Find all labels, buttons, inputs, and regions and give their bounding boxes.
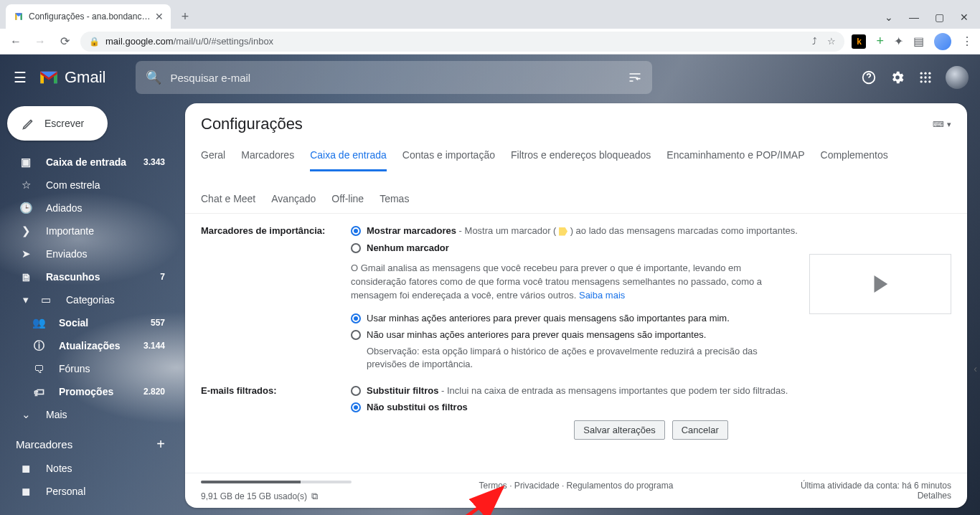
important-icon: ❯: [19, 225, 33, 237]
label-personal[interactable]: ◼Personal: [0, 480, 178, 503]
support-icon[interactable]: [861, 70, 877, 85]
gmail-favicon-icon: [13, 11, 24, 22]
back-icon[interactable]: ←: [7, 35, 24, 48]
settings-gear-icon[interactable]: [890, 70, 905, 85]
tab-caixa-de-entrada[interactable]: Caixa de entrada: [310, 143, 387, 171]
sidebar-item-label: Importante: [46, 225, 165, 237]
sidebar-item-label: Adiados: [46, 202, 165, 214]
sidebar-item-promoções[interactable]: 🏷Promoções2.820: [0, 380, 178, 403]
sidebar-item-label: Social: [59, 317, 138, 329]
side-panel-toggle-icon[interactable]: ‹: [974, 363, 977, 374]
sidebar-item-label: Categorias: [66, 294, 165, 306]
radio-icon: [351, 386, 361, 396]
compose-button[interactable]: Escrever: [7, 106, 108, 141]
close-tab-icon[interactable]: ✕: [155, 11, 164, 22]
radio-icon: [351, 402, 361, 412]
browser-tab[interactable]: Configurações - ana.bondance@ ✕: [6, 4, 171, 29]
sidebar-item-importante[interactable]: ❯Importante: [0, 219, 178, 242]
radio-dont-use-actions[interactable]: Não usar minhas ações anteriores para pr…: [351, 328, 951, 342]
search-options-icon[interactable]: [628, 70, 642, 85]
expand-icon: ⌄: [19, 408, 33, 421]
main-menu-icon[interactable]: ☰: [11, 69, 29, 86]
sidebar-item-count: 2.820: [143, 387, 165, 397]
learn-more-link[interactable]: Saiba mais: [579, 290, 625, 301]
radio-dont-override-filters[interactable]: Não substitui os filtros: [351, 400, 951, 415]
sidebar-item-rascunhos[interactable]: 🗎Rascunhos7: [0, 265, 178, 288]
sidebar-item-categorias[interactable]: ▾▭Categorias: [0, 288, 178, 311]
chrome-menu-icon[interactable]: ⋮: [961, 34, 973, 48]
browser-toolbar: ← → ⟳ 🔒 mail.google.com/mail/u/0/#settin…: [0, 29, 980, 55]
sidebar-item-label: Fóruns: [59, 363, 165, 374]
footer-links[interactable]: Termos · Privacidade · Regulamentos do p…: [479, 481, 674, 491]
sidebar: Escrever ▣Caixa de entrada3.343☆Com estr…: [0, 100, 184, 515]
radio-no-markers[interactable]: Nenhum marcador: [351, 241, 951, 255]
tab-off-line[interactable]: Off-line: [331, 187, 364, 213]
label-icon: ◼: [19, 485, 33, 498]
sidebar-item-fóruns[interactable]: 🗨Fóruns: [0, 357, 178, 380]
details-link[interactable]: Detalhes: [801, 491, 951, 501]
save-changes-button[interactable]: Salvar alterações: [574, 420, 664, 440]
settings-title: Configurações: [201, 115, 303, 133]
sidebar-item-adiados[interactable]: 🕒Adiados: [0, 197, 178, 219]
account-avatar[interactable]: [946, 66, 969, 89]
sidebar-item-social[interactable]: 👥Social557: [0, 311, 178, 334]
clock-icon: 🕒: [19, 202, 33, 214]
extension-k-icon[interactable]: k: [852, 34, 866, 49]
open-external-icon[interactable]: ⧉: [311, 491, 318, 502]
tab-avan-ado[interactable]: Avançado: [271, 187, 316, 213]
radio-icon: [351, 313, 361, 323]
bookmark-icon[interactable]: ☆: [827, 36, 836, 47]
tab-chat-e-meet[interactable]: Chat e Meet: [201, 187, 255, 213]
search-bar[interactable]: 🔍: [136, 61, 652, 94]
svg-point-9: [928, 80, 930, 82]
tag-icon: 🏷: [32, 386, 46, 398]
radio-override-filters[interactable]: Substituir filtros - Inclui na caixa de …: [351, 384, 951, 398]
last-activity: Última atividade da conta: há 6 minutos: [801, 481, 951, 491]
tab-marcadores[interactable]: Marcadores: [241, 143, 294, 171]
label-icon: ◼: [19, 462, 33, 475]
maximize-icon[interactable]: ▢: [935, 11, 944, 23]
reload-icon[interactable]: ⟳: [56, 34, 73, 48]
sidebar-item-com-estrela[interactable]: ☆Com estrela: [0, 174, 178, 197]
forward-icon[interactable]: →: [32, 35, 49, 48]
share-icon[interactable]: ⤴: [812, 36, 817, 47]
draft-icon: 🗎: [19, 271, 33, 283]
gmail-header: ☰ Gmail 🔍: [0, 55, 980, 100]
minimize-icon[interactable]: ―: [909, 11, 919, 23]
gmail-logo[interactable]: Gmail: [39, 68, 105, 87]
svg-point-3: [928, 72, 930, 75]
sidebar-item-caixa-de-entrada[interactable]: ▣Caixa de entrada3.343: [0, 151, 178, 174]
sidebar-item-atualizações[interactable]: ⓘAtualizações3.144: [0, 334, 178, 357]
tab-geral[interactable]: Geral: [201, 143, 225, 171]
chrome-profile-avatar[interactable]: [934, 33, 951, 50]
input-tools-indicator[interactable]: ⌨▾: [933, 120, 951, 129]
add-label-icon[interactable]: +: [156, 436, 165, 453]
cancel-button[interactable]: Cancelar: [672, 420, 728, 440]
tab-contas-e-importa-o[interactable]: Contas e importação: [402, 143, 495, 171]
lock-icon: 🔒: [89, 37, 100, 47]
tab-filtros-e-endere-os-bloqueados[interactable]: Filtros e endereços bloqueados: [511, 143, 651, 171]
new-tab-button[interactable]: +: [175, 6, 195, 27]
search-input[interactable]: [170, 72, 619, 84]
setting-label: Marcadores de importância:: [201, 224, 341, 371]
address-bar[interactable]: 🔒 mail.google.com/mail/u/0/#settings/inb…: [80, 32, 844, 52]
tab-complementos[interactable]: Complementos: [821, 143, 888, 171]
label-notes[interactable]: ◼Notes: [0, 457, 178, 480]
inbox-icon: ▣: [19, 156, 33, 169]
tab-temas[interactable]: Temas: [380, 187, 409, 213]
side-panel-icon[interactable]: ▤: [913, 34, 924, 48]
radio-show-markers[interactable]: Mostrar marcadores - Mostra um marcador …: [351, 224, 951, 238]
compose-label: Escrever: [44, 118, 84, 129]
google-apps-icon[interactable]: [918, 70, 933, 85]
add-extension-icon[interactable]: +: [876, 34, 884, 49]
radio-icon: [351, 330, 361, 340]
tab-encaminhamento-e-pop-imap[interactable]: Encaminhamento e POP/IMAP: [666, 143, 804, 171]
chevron-down-icon[interactable]: ⌄: [885, 11, 893, 23]
sidebar-item-count: 3.144: [143, 341, 165, 351]
sidebar-item-mais[interactable]: ⌄Mais: [0, 403, 178, 426]
close-window-icon[interactable]: ✕: [960, 11, 969, 23]
star-icon: ☆: [19, 179, 33, 192]
importance-video-thumbnail[interactable]: [809, 254, 951, 314]
extensions-icon[interactable]: ✦: [894, 34, 903, 48]
sidebar-item-enviados[interactable]: ➤Enviados: [0, 242, 178, 265]
